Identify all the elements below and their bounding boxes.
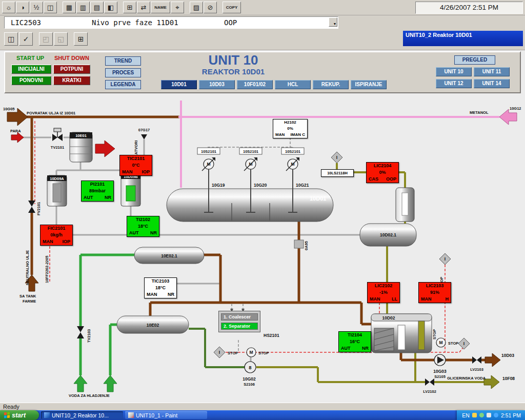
hatch-button[interactable]: ▨ [190,2,203,13]
valve-TV2101[interactable] [52,128,63,141]
tab-rekup[interactable]: REKUP. [313,80,349,89]
open-disabled-button[interactable]: ◰ [39,32,53,46]
start-button[interactable]: start [0,410,39,420]
instrument-LIC2104[interactable]: LIC2104 0% CASOOP [366,162,399,183]
tab-10d03[interactable]: 10D03 [199,80,235,89]
ponovni-button[interactable]: PONOVNI [11,76,51,85]
vessel-10D02-1-column[interactable] [396,188,414,222]
language-indicator[interactable]: EN [462,412,470,418]
alarm-description: Nivo prve faze 11D01 [92,18,178,27]
contrast-button[interactable]: ◑ [16,2,29,13]
proces-button[interactable]: PROCES [105,68,141,77]
tray-icon-3[interactable] [487,413,491,417]
alarm-dropdown-button[interactable]: ▼ [329,17,337,27]
monitor-button[interactable]: ▥ [76,2,90,13]
open2-disabled-button[interactable]: ◱ [54,32,68,46]
pregled-button[interactable]: PREGLED [454,55,495,65]
inicijalni-button[interactable]: INICIJALNI [11,65,51,74]
interlock-diamond-4[interactable]: I [458,338,470,349]
speed-box-label-2: 10S2101 [243,149,258,154]
legenda-button[interactable]: LEGENDA [105,80,141,89]
instrument-TI2104[interactable]: TI2104 16°C AUTNR [338,331,371,352]
tab-hcl[interactable]: HCL [275,80,311,89]
instrument-TI2102[interactable]: TI2102 18°C AUTNR [127,216,159,237]
print-button[interactable]: ◫ [44,2,57,13]
disable-button[interactable]: ⊘ [204,2,217,13]
selector-option-separator[interactable]: 2. Separator [221,323,258,330]
trend-button[interactable]: TREND [105,56,141,66]
inst-mode: AUT [84,194,93,201]
instrument-TIC2101[interactable]: TIC2101 0°C MANIOP [119,155,152,176]
swap-button[interactable]: ⇄ [137,2,150,13]
instrument-10LS2118H[interactable]: 10LS2118H [321,169,354,177]
tab-10f01-02[interactable]: 10F01/02 [237,80,273,89]
target-button[interactable]: ⌖ [171,2,184,13]
pump-10G02[interactable]: 8 [245,362,256,373]
system-tray[interactable]: EN 2:51 PM [457,410,525,420]
instrument-TIC2103[interactable]: TIC2103 18°C MANNR [144,277,177,298]
inst-status: NR [150,230,157,236]
tab-ispiranje[interactable]: ISPIRANJE [351,80,387,89]
agitator-motor-3[interactable]: M [286,157,299,171]
vessel-10D09A[interactable]: 10D09A [47,175,67,206]
folder-icon: ◰ [43,35,49,43]
shade-button[interactable]: ◧ [104,2,117,13]
interlock-diamond-3[interactable]: I [214,347,225,358]
label-S2105: S2105 [434,374,446,379]
instrument-LIC2102[interactable]: LIC2102 -1% MANLL [367,282,400,303]
speed-box-label-3: 10S2101 [285,149,300,154]
pump-10G03[interactable] [434,354,446,366]
vessel-10D02-1-drum[interactable]: 10D02.1 [360,224,416,246]
tray-icon-4[interactable] [494,413,498,417]
vessel-10D09B[interactable]: 10D09B [121,173,140,206]
brightness-button[interactable]: ☼ [2,2,15,13]
report-button[interactable]: ▤ [90,2,104,13]
inline-sample-box [294,240,304,248]
interlock-diamond-1[interactable]: I [331,152,342,163]
label-para: PARA [10,129,21,133]
copy-button[interactable]: COPY [223,2,241,13]
taskbar-task-paint[interactable]: UNIT10_1 - Paint [125,411,207,419]
valve-TV2103[interactable] [77,326,84,338]
potpuni-button[interactable]: POTPUNI [53,65,90,74]
taskbar-task-scada[interactable]: UNIT10_2 Reaktor 10... [41,411,123,419]
unit12-button[interactable]: UNIT 12 [436,79,472,88]
vessel-10E01[interactable]: 10E01 [70,132,92,162]
print-preview-button[interactable]: ◫ [4,32,18,46]
agitator-motor-1[interactable]: M [202,157,215,171]
unit10-button[interactable]: UNIT 10 [436,67,472,76]
half-scale-button[interactable]: ½ [30,2,43,13]
vessel-10D02[interactable]: 10D02 [371,314,432,353]
instrument-PI2101[interactable]: PI2101 89mbar AUTNR [81,181,114,202]
agitator-motor-2[interactable]: M [244,157,257,171]
name-button[interactable]: NAME [151,2,170,13]
grid-button[interactable]: ⊞ [123,2,136,13]
alarm-banner[interactable]: LIC2503 Nivo prve faze 11D01 OOP ▼ [4,16,338,29]
label-metanol: METANOL [470,110,489,115]
instrument-LIC2103[interactable]: LIC2103 91% MANH [418,282,451,303]
cards-button[interactable]: ▦ [63,2,76,13]
interlock-diamond-2[interactable]: I [439,253,451,265]
vessel-10D01[interactable]: 10D01 [167,189,333,222]
vessel-10E02[interactable]: 10E02 [117,316,189,333]
valve-FV2101[interactable] [28,201,35,213]
tab-10d01[interactable]: 10D01 [161,80,197,89]
vessel-10E02-1[interactable]: 10E02.1 [134,247,204,264]
acknowledge-button[interactable]: ✓ [19,32,33,46]
pump-motor-10G03[interactable]: M [436,338,446,347]
selector-HS2101[interactable]: 1. Coalescer 2. Separator [218,311,260,332]
new-window-button[interactable]: ⊞ [74,32,88,46]
unit11-button[interactable]: UNIT 11 [474,67,510,76]
instrument-H2102[interactable]: H2102 0% MANIMAN C [273,119,308,138]
inst-status: IOP [142,169,150,175]
pump-motor-10G02[interactable]: M [247,348,256,357]
tray-icon-1[interactable] [472,413,477,417]
valve-LV2103[interactable] [472,356,481,364]
tray-icon-2[interactable] [479,413,484,417]
valve-LV2102[interactable] [425,378,434,386]
unit14-button[interactable]: UNIT 14 [474,79,510,88]
kratki-button[interactable]: KRATKI [53,76,90,85]
selector-option-coalescer[interactable]: 1. Coalescer [221,313,258,321]
instrument-FIC2101[interactable]: FIC2101 0kg/h MANIOP [40,225,73,246]
taskbar-clock[interactable]: 2:51 PM [501,412,521,418]
